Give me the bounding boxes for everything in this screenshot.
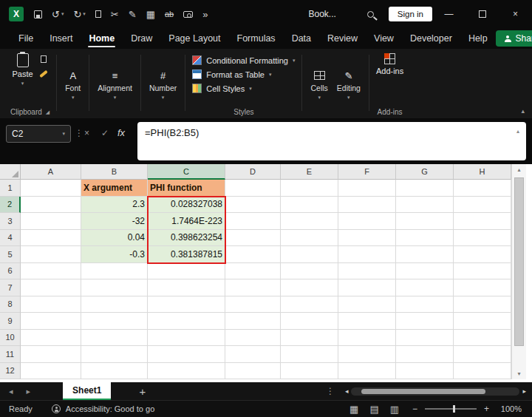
cell-H4[interactable] [454,230,511,247]
cell-B5[interactable]: -0.3 [81,246,148,263]
alignment-group-button[interactable]: ≡ Alignment ▾ [93,52,137,118]
number-group-button[interactable]: # Number ▾ [145,52,181,118]
row-header-9[interactable]: 9 [0,313,21,330]
tab-page-layout[interactable]: Page Layout [160,28,228,49]
minimize-button[interactable]: — [432,0,466,28]
cell-F1[interactable] [338,180,396,197]
cell-G3[interactable] [396,213,454,230]
cell-H7[interactable] [454,279,511,296]
cell-B1[interactable]: X argument [81,180,148,197]
paste-button[interactable]: Paste ▾ [13,53,33,87]
cell-G6[interactable] [396,263,454,280]
cell-H3[interactable] [454,213,511,230]
cell-F6[interactable] [338,263,396,280]
cell-B9[interactable] [81,313,148,330]
cell-B7[interactable] [81,279,148,296]
undo-button[interactable]: ↺▾ [52,9,64,20]
cell-H10[interactable] [454,330,511,347]
row-header-1[interactable]: 1 [0,180,21,197]
conditional-formatting-button[interactable]: Conditional Formatting ▾ [192,55,295,65]
cell-H6[interactable] [454,263,511,280]
cell-A12[interactable] [21,363,81,380]
cell-G4[interactable] [396,230,454,247]
column-header-D[interactable]: D [225,164,281,180]
cell-D2[interactable] [225,197,281,214]
row-header-8[interactable]: 8 [0,296,21,313]
cell-F11[interactable] [338,346,396,363]
cell-D3[interactable] [225,213,281,230]
cell-B12[interactable] [81,363,148,380]
row-header-6[interactable]: 6 [0,263,21,280]
column-header-E[interactable]: E [281,164,338,180]
addins-button[interactable]: Add-ins [376,53,403,75]
cell-E11[interactable] [281,346,338,363]
cell-F7[interactable] [338,279,396,296]
zoom-slider[interactable] [425,408,477,410]
sheet-bar-menu-icon[interactable]: ⋮ [326,386,335,396]
scroll-up-icon[interactable]: ▴ [512,166,526,173]
cell-H8[interactable] [454,296,511,313]
cell-G8[interactable] [396,296,454,313]
cell-A8[interactable] [21,296,81,313]
select-all-button[interactable] [0,164,21,180]
cell-G12[interactable] [396,363,454,380]
zoom-out-button[interactable]: − [412,404,417,414]
save-button[interactable] [34,10,42,18]
copy-button[interactable] [95,10,101,18]
enter-button[interactable]: ✓ [101,128,109,138]
cell-E7[interactable] [281,279,338,296]
cell-A9[interactable] [21,313,81,330]
cell-H5[interactable] [454,246,511,263]
cell-A1[interactable] [21,180,81,197]
table-button[interactable]: ▦ [146,9,155,20]
row-header-3[interactable]: 3 [0,213,21,230]
cell-A6[interactable] [21,263,81,280]
previous-sheet-icon[interactable]: ◂ [9,387,13,396]
cell-C5[interactable]: 0.381387815 [148,246,225,263]
search-icon[interactable] [367,11,374,18]
cell-C12[interactable] [148,363,225,380]
row-header-10[interactable]: 10 [0,330,21,347]
cell-E9[interactable] [281,313,338,330]
normal-view-icon[interactable]: ▦ [349,404,358,415]
cell-A3[interactable] [21,213,81,230]
cell-E2[interactable] [281,197,338,214]
cell-G9[interactable] [396,313,454,330]
formula-text[interactable]: =PHI(B2:B5) [137,122,526,138]
tab-insert[interactable]: Insert [41,28,81,49]
scroll-right-icon[interactable]: ▸ [522,387,526,395]
format-painter-icon[interactable] [39,70,48,78]
tab-review[interactable]: Review [319,28,366,49]
cell-H11[interactable] [454,346,511,363]
cell-D4[interactable] [225,230,281,247]
horizontal-scrollbar-track[interactable] [351,387,519,396]
formula-bar-drag-icon[interactable]: ⋮ [75,128,83,138]
format-as-table-button[interactable]: Format as Table ▾ [192,70,271,79]
excel-logo-icon[interactable]: X [9,7,24,21]
page-break-view-icon[interactable]: ▥ [390,404,399,415]
cell-F10[interactable] [338,330,396,347]
cell-D7[interactable] [225,279,281,296]
cells-group-button[interactable]: Cells ▾ [306,52,332,118]
strikethrough-button[interactable]: ab [165,10,174,18]
cell-E8[interactable] [281,296,338,313]
draw-button[interactable]: ✎ [129,9,137,20]
collapse-formula-bar-icon[interactable]: ▴ [516,128,519,135]
tab-file[interactable]: File [10,28,41,49]
cancel-button[interactable]: × [84,128,89,138]
cell-F8[interactable] [338,296,396,313]
cell-C11[interactable] [148,346,225,363]
tab-draw[interactable]: Draw [123,28,160,49]
row-header-4[interactable]: 4 [0,230,21,247]
cell-D12[interactable] [225,363,281,380]
cell-D11[interactable] [225,346,281,363]
camera-button[interactable] [183,11,193,18]
cell-D6[interactable] [225,263,281,280]
row-header-11[interactable]: 11 [0,346,21,363]
cell-F5[interactable] [338,246,396,263]
cell-E3[interactable] [281,213,338,230]
zoom-level-label[interactable]: 100% [498,404,522,413]
cell-G10[interactable] [396,330,454,347]
row-header-5[interactable]: 5 [0,246,21,263]
cell-B11[interactable] [81,346,148,363]
